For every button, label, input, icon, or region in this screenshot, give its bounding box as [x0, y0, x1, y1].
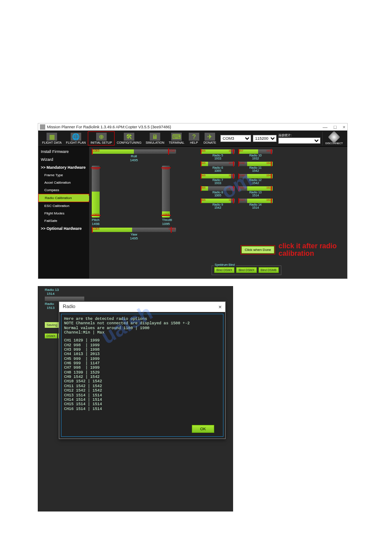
plug-icon — [328, 131, 340, 143]
radio-bar: 0651933Radio 81065 — [201, 186, 235, 197]
radio-dialog: Radio × Here are the detected radio opti… — [59, 301, 226, 439]
tool-donate[interactable]: ✈DONATE — [201, 132, 219, 145]
sidebar-optional-hardware[interactable]: >> Optional Hardware — [38, 225, 89, 232]
baud-select[interactable]: 115200 — [253, 135, 277, 142]
tool-help[interactable]: ?HELP — [187, 132, 201, 145]
radio-bar: 15141514Radio 131514 — [238, 186, 273, 197]
sidebar-wizard[interactable]: Wizard — [38, 156, 89, 163]
tool-initial-setup[interactable]: ⊕INITIAL SETUP — [88, 131, 115, 145]
throttle-bar: 1932 1065 Throttl1095 — [162, 166, 171, 226]
sidebar-flight-modes[interactable]: Flight Modes — [38, 210, 89, 217]
dialog-titlebar: Radio × — [59, 302, 225, 312]
pitch-bar: 1932 1065 Pitch1498 — [92, 166, 101, 226]
main-toolbar: ▦FLIGHT DATA 🌐FLIGHT PLAN ⊕INITIAL SETUP… — [38, 131, 347, 147]
tool-config-tuning[interactable]: 🛠CONFIG/TUNING — [115, 132, 144, 145]
maximize-button[interactable]: □ — [334, 124, 337, 130]
close-button[interactable]: × — [343, 124, 345, 130]
tool-flight-data[interactable]: ▦FLIGHT DATA — [40, 132, 64, 145]
disconnect-button[interactable]: DISCONNECT — [322, 132, 345, 145]
conn-stats-label: 连接统计: — [278, 133, 320, 138]
dsmx-partial-button[interactable]: DSMX — [45, 334, 57, 338]
window-titlebar: Mission Planner For Radiolink 1.3.49.6 A… — [38, 123, 347, 131]
radio-bar: 0651933Radio 61065 — [201, 162, 235, 172]
radio-bar: 2571932Radio 101932 — [238, 149, 273, 160]
dialog-intro-text: Here are the detected radio options NOTE… — [64, 317, 220, 335]
yaw-bar: 1065 1932 Yaw1495 — [92, 228, 176, 240]
tool-flight-plan[interactable]: 🌐FLIGHT PLAN — [64, 132, 88, 145]
app-icon — [40, 124, 45, 130]
click-when-done-button[interactable]: Click when Done — [241, 246, 274, 254]
dialog-channel-list: CH1 1029 | 1999 CH2 998 | 1999 CH3 999 |… — [64, 338, 220, 411]
sidebar-frame-type[interactable]: Frame Type — [38, 171, 89, 179]
bind-dsmx-2-button[interactable]: Bind DSMX — [236, 267, 256, 273]
bind-dsmb-button[interactable]: Bind DSMB — [259, 267, 279, 273]
radio-bar: 15421542Radio 121542 — [238, 174, 273, 185]
radio-bar: 0651933Radio 51933 — [201, 149, 235, 160]
tool-simulation[interactable]: 🖥SIMULATION — [144, 132, 166, 145]
annotation-text: click it after radiocalibration — [279, 242, 337, 258]
dialog-title: Radio — [63, 304, 76, 310]
roll-bar: 1065 1932 Roll1495 — [92, 149, 176, 162]
com-select[interactable]: COM3 — [220, 135, 251, 142]
dialog-close-button[interactable]: × — [218, 304, 222, 310]
radio-bar: 15141514Radio 141514 — [238, 199, 273, 209]
mission-planner-window: Mission Planner For Radiolink 1.3.49.6 A… — [38, 123, 348, 279]
spektrum-bind-group: Spektrum Bind Bind DSMX Bind DSMX Bind D… — [212, 265, 281, 275]
setup-sidebar: Install Firmware Wizard >> Mandatory Har… — [38, 147, 89, 279]
dialog-ok-button[interactable]: OK — [192, 425, 214, 433]
minimize-button[interactable]: — — [323, 124, 327, 130]
sidebar-mandatory-hardware[interactable]: >> Mandatory Hardware — [38, 163, 89, 171]
radio-bar: 15421542Radio 111542 — [238, 162, 273, 172]
sidebar-radio-calibration[interactable]: Radio Calibration — [38, 194, 89, 202]
stats-select[interactable] — [278, 138, 320, 144]
window-title: Mission Planner For Radiolink 1.3.49.6 A… — [47, 125, 171, 129]
saving-button[interactable]: Saving — [45, 322, 59, 328]
sidebar-esc-calibration[interactable]: ESC Calibration — [38, 202, 89, 210]
tool-terminal[interactable]: ⌨TERMINAL — [166, 132, 186, 145]
bind-dsmx-1-button[interactable]: Bind DSMX — [214, 267, 234, 273]
sidebar-install-firmware[interactable]: Install Firmware — [38, 148, 89, 156]
sidebar-compass[interactable]: Compass — [38, 186, 89, 194]
radio-bar: 0651933Radio 91542 — [201, 199, 235, 209]
radio-cal-content: 1065 1932 Roll1495 1932 — [89, 147, 347, 279]
sidebar-accel-calibration[interactable]: Accel Calibration — [38, 179, 89, 186]
sidebar-failsafe[interactable]: FailSafe — [38, 217, 89, 225]
radio-bar: 0651933Radio 71933 — [201, 174, 235, 185]
background-window-2: Radio 13 1514 Radio 1513 Saving DSMX Bi … — [38, 286, 233, 511]
